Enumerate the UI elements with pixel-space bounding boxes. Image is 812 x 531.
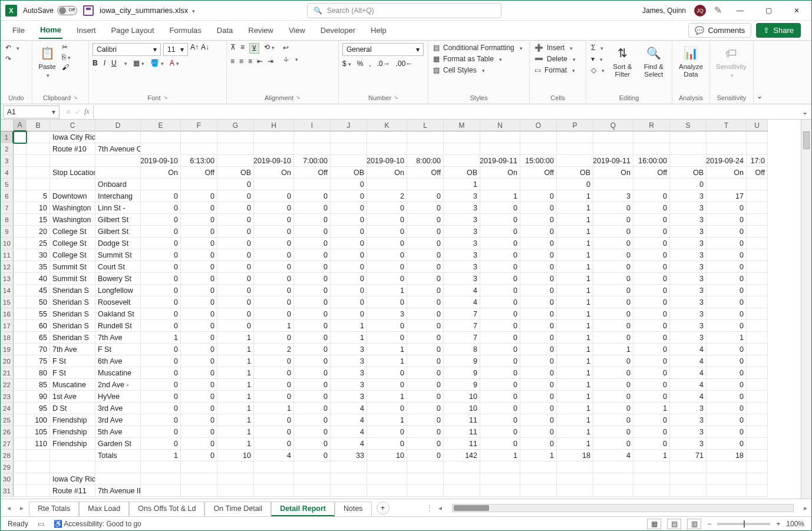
cut-icon[interactable]: ✂ [62,43,71,51]
cell[interactable]: 0 [593,261,633,273]
cell[interactable]: 0 [707,438,747,450]
cell[interactable]: 0 [593,320,633,332]
cell[interactable]: 0 [520,414,557,426]
cell[interactable] [14,308,27,320]
row-header[interactable]: 9 [1,226,14,238]
cell[interactable]: 3 [670,190,707,202]
cell[interactable] [14,355,27,367]
cell[interactable]: 0 [520,296,557,308]
italic-button[interactable]: I [104,59,105,67]
font-dialog-launcher[interactable]: ↘ [163,94,168,101]
sheet-tab[interactable]: Max Load [79,502,129,516]
cell[interactable]: 0 [407,438,444,450]
row-header[interactable]: 24 [1,403,14,414]
cell[interactable] [407,473,444,485]
cell[interactable]: 25 [27,238,50,249]
cell[interactable] [557,485,593,497]
percent-icon[interactable]: % [357,60,364,68]
cell[interactable] [747,131,768,143]
cell[interactable] [670,155,707,167]
cell[interactable]: 0 [480,320,520,332]
cell[interactable]: 0 [593,332,633,344]
cell[interactable]: 3 [367,308,407,320]
cell[interactable] [294,461,331,473]
cell[interactable] [633,461,670,473]
row-header[interactable]: 28 [1,450,14,461]
cell[interactable] [217,131,254,143]
cell[interactable]: 0 [331,190,367,202]
cell[interactable]: 0 [480,344,520,355]
cell[interactable]: 3 [670,214,707,226]
filename[interactable]: iowa_city_summaries.xlsx [100,6,195,15]
cell[interactable] [480,473,520,485]
cell[interactable]: 0 [407,367,444,379]
cell[interactable]: 0 [520,214,557,226]
cell[interactable]: Garden St [95,438,141,450]
cell[interactable]: 2019-09-11 [480,155,520,167]
cell[interactable]: 1 [480,190,520,202]
cell[interactable] [367,473,407,485]
cell[interactable]: 2019-09-10 [141,155,181,167]
cell[interactable] [557,131,593,143]
cell[interactable]: 0 [407,379,444,391]
cell[interactable]: 0 [593,391,633,403]
cell[interactable]: 1 [141,450,181,461]
cell[interactable] [747,473,768,485]
cell[interactable]: 9 [444,379,480,391]
column-header-N[interactable]: N [480,120,520,131]
cell[interactable] [14,249,27,261]
cell[interactable]: 0 [593,308,633,320]
cell[interactable]: 0 [520,320,557,332]
cell[interactable]: 5th Ave [95,426,141,438]
cell[interactable]: 0 [407,344,444,355]
cell[interactable]: OB [331,167,367,179]
cell[interactable] [254,473,294,485]
cell[interactable] [14,320,27,332]
cell[interactable]: 0 [181,355,217,367]
cell[interactable] [407,461,444,473]
cell[interactable]: 0 [633,414,670,426]
column-header-R[interactable]: R [633,120,670,131]
cell[interactable]: 70 [27,344,50,355]
cell[interactable] [520,179,557,190]
cell[interactable]: 1 [557,308,593,320]
cell[interactable] [367,131,407,143]
cell[interactable]: 4 [331,426,367,438]
cell[interactable] [444,131,480,143]
cell[interactable] [480,179,520,190]
cell[interactable]: 1 [557,214,593,226]
cell[interactable]: 0 [707,355,747,367]
cell[interactable]: 1 [557,344,593,355]
cell[interactable]: 4 [670,355,707,367]
cell[interactable] [50,155,95,167]
name-box[interactable]: A1▾ [3,105,60,118]
fx-icon[interactable]: fx [84,107,90,116]
page-layout-view-button[interactable]: ▤ [667,519,681,529]
cell[interactable]: 0 [633,308,670,320]
cell[interactable]: 0 [593,379,633,391]
row-header[interactable]: 21 [1,367,14,379]
cell[interactable]: 3 [670,320,707,332]
cell[interactable]: OB [444,167,480,179]
cell[interactable]: 0 [480,273,520,285]
cell[interactable]: 0 [593,414,633,426]
cell[interactable] [141,143,181,155]
cell[interactable] [181,485,217,497]
cell[interactable]: 0 [254,308,294,320]
cell[interactable]: 0 [520,391,557,403]
cell[interactable]: 0 [520,261,557,273]
cell[interactable]: 4 [670,367,707,379]
cell[interactable] [14,438,27,450]
cell[interactable]: 0 [593,367,633,379]
cell[interactable]: 0 [254,238,294,249]
column-header-M[interactable]: M [444,120,480,131]
cell[interactable]: OB [217,167,254,179]
cell[interactable]: 0 [331,261,367,273]
row-header[interactable]: 16 [1,308,14,320]
cell[interactable] [27,450,50,461]
cell[interactable]: 7:00:00 [294,155,331,167]
row-header[interactable]: 22 [1,379,14,391]
cell[interactable]: 3 [670,202,707,214]
cell[interactable]: 0 [181,285,217,296]
cell[interactable]: 0 [181,426,217,438]
